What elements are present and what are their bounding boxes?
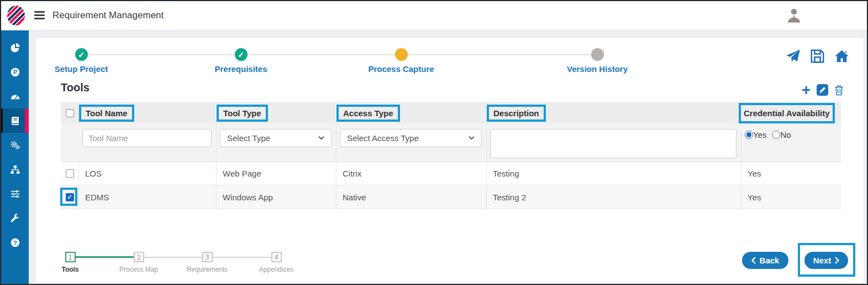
content-area: ✓ Setup Project ✓ Prerequisites Process …: [29, 30, 867, 284]
wrench-icon: [10, 214, 20, 223]
credential-no-radio[interactable]: [772, 131, 780, 139]
tool-name-filter-input[interactable]: [82, 129, 212, 147]
cell-access-type: Citrix: [336, 162, 487, 185]
sitemap-icon: [10, 165, 20, 174]
sidebar-nav: P ?: [1, 30, 29, 284]
substep-process-map[interactable]: 2 Process Map: [106, 252, 172, 273]
credential-no-label: No: [780, 130, 791, 139]
send-icon[interactable]: [786, 49, 801, 64]
wizard-connector: [81, 54, 597, 55]
section-title: Tools: [61, 81, 90, 94]
chevron-down-icon: [318, 136, 324, 140]
sidebar-item-projects[interactable]: P: [1, 60, 29, 84]
cell-description: Testing: [487, 162, 741, 185]
chevron-left-icon: [751, 257, 756, 264]
step-done-check-icon: ✓: [235, 48, 248, 61]
chevron-right-icon: [835, 257, 839, 264]
sidebar-item-dashboard[interactable]: [1, 84, 29, 108]
top-bar: Requirement Management: [1, 1, 867, 30]
wizard-step-prerequisites[interactable]: ✓ Prerequisites: [197, 48, 285, 74]
access-type-select[interactable]: Select Access Type: [340, 129, 482, 147]
cell-credential-availability: Yes: [741, 162, 841, 185]
sidebar-item-settings[interactable]: [1, 133, 29, 157]
wizard-step-setup-project[interactable]: ✓ Setup Project: [37, 48, 125, 74]
sidebar-item-requirements[interactable]: [1, 108, 29, 133]
back-button[interactable]: Back: [742, 252, 788, 269]
pie-chart-icon: [10, 43, 20, 53]
table-row-edms[interactable]: ✓ EDMS Windows App Native Testing 2 Yes: [61, 185, 841, 209]
main-panel: ✓ Setup Project ✓ Prerequisites Process …: [36, 38, 864, 283]
column-header-access-type[interactable]: Access Type: [336, 105, 400, 122]
substep-requirements[interactable]: 3 Requirements: [174, 252, 240, 273]
panel-actions: [786, 49, 849, 64]
substep-appendices[interactable]: 4 Appendices: [243, 252, 309, 273]
home-icon[interactable]: [834, 49, 849, 64]
cell-tool-type: Windows App: [217, 185, 336, 209]
next-button[interactable]: Next: [804, 252, 848, 269]
add-tool-icon[interactable]: +: [802, 85, 811, 96]
column-header-tool-name[interactable]: Tool Name: [79, 105, 134, 122]
credential-availability-radios: Yes No: [745, 130, 837, 139]
hamburger-menu-icon[interactable]: [34, 11, 45, 20]
sidebar-item-analytics[interactable]: [1, 35, 29, 60]
description-filter-textarea[interactable]: [490, 129, 737, 158]
cell-tool-type: Web Page: [217, 162, 336, 185]
wizard-step-process-capture[interactable]: Process Capture: [357, 48, 445, 74]
edit-tool-icon[interactable]: [817, 84, 828, 96]
tool-type-select[interactable]: Select Type: [220, 129, 332, 147]
row-checkbox[interactable]: [66, 169, 74, 178]
sidebar-item-hierarchy[interactable]: [1, 157, 29, 182]
column-header-credential-availability[interactable]: Credential Availability: [739, 103, 835, 123]
delete-tool-icon[interactable]: [834, 85, 844, 96]
cell-credential-availability: Yes: [741, 185, 841, 209]
company-logo-icon: [7, 6, 25, 25]
cell-description: Testing 2: [487, 185, 741, 209]
gears-icon: [10, 141, 20, 150]
wizard-step-version-history[interactable]: Version History: [553, 48, 641, 74]
cell-tool-name: EDMS: [79, 185, 217, 209]
tools-table: Tool Name Tool Type Access Type Descript…: [61, 102, 841, 209]
svg-text:?: ?: [13, 239, 17, 246]
svg-text:P: P: [13, 69, 17, 75]
user-avatar[interactable]: [786, 7, 802, 24]
cell-tool-name: LOS: [79, 162, 217, 185]
chevron-down-icon: [469, 136, 475, 140]
row-checkbox-checked[interactable]: ✓: [66, 193, 74, 201]
substep-tools[interactable]: 1 Tools: [37, 252, 103, 273]
step-pending-dot-icon: [591, 48, 604, 61]
book-icon: [10, 116, 20, 126]
step-active-dot-icon: [395, 48, 408, 61]
column-header-description[interactable]: Description: [487, 105, 546, 122]
sidebar-item-tools[interactable]: [1, 206, 29, 230]
credential-yes-radio[interactable]: [745, 131, 753, 139]
gauge-icon: [10, 92, 20, 101]
save-icon[interactable]: [810, 49, 825, 64]
step-done-check-icon: ✓: [75, 48, 88, 61]
column-header-tool-type[interactable]: Tool Type: [217, 105, 268, 122]
credential-yes-label: Yes: [753, 130, 766, 139]
sliders-icon: [10, 189, 20, 199]
page-title: Requirement Management: [52, 10, 164, 21]
parking-p-icon: P: [10, 68, 20, 77]
help-icon: ?: [10, 238, 20, 247]
table-row-los[interactable]: LOS Web Page Citrix Testing Yes: [61, 162, 841, 185]
cell-access-type: Native: [336, 185, 487, 209]
sidebar-item-preferences[interactable]: [1, 182, 29, 206]
table-filter-row: Select Type Select Access Type: [61, 123, 841, 162]
table-actions: +: [802, 84, 844, 96]
table-header-row: Tool Name Tool Type Access Type Descript…: [61, 103, 841, 123]
select-all-checkbox[interactable]: [66, 109, 74, 117]
app-window: Requirement Management P: [0, 0, 868, 285]
sidebar-item-help[interactable]: ?: [1, 230, 29, 255]
